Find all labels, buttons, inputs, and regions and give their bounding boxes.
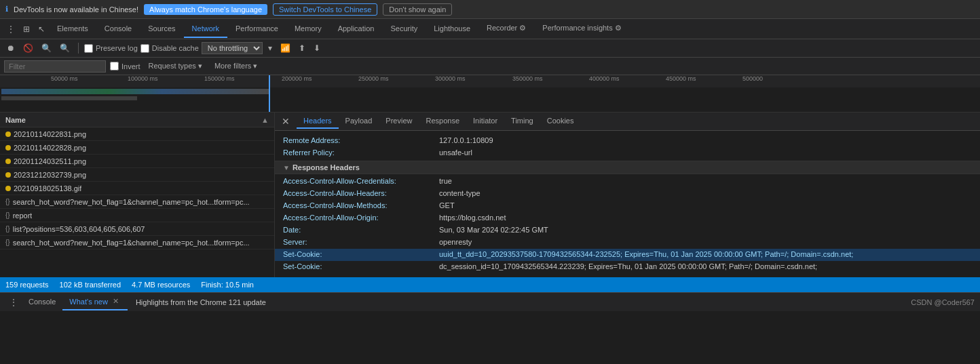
tab-memory[interactable]: Memory <box>286 20 330 38</box>
xhr-icon: {} <box>5 225 10 232</box>
content-area: Name ▲ 20210114022831.png 20210114022828… <box>0 113 980 277</box>
detail-tab-initiator[interactable]: Initiator <box>466 114 504 129</box>
tab-elements[interactable]: Elements <box>49 20 96 38</box>
tab-performance[interactable]: Performance <box>227 20 286 38</box>
close-whats-new-button[interactable]: ✕ <box>111 296 121 306</box>
header-row-set-cookie-2: Set-Cookie: dc_session_id=10_17094325653… <box>275 261 980 273</box>
header-row-5: Server: openresty <box>275 237 980 249</box>
header-key-4: Date: <box>283 226 439 234</box>
bottom-bar: ⋮ Console What's new ✕ Highlights from t… <box>0 292 980 311</box>
list-item[interactable]: 20201124032511.png <box>0 155 274 168</box>
bottom-tab-console[interactable]: Console <box>22 295 62 310</box>
upload-icon[interactable]: ⬆ <box>296 42 308 54</box>
timeline-marker <box>269 75 270 113</box>
disable-cache-label[interactable]: Disable cache <box>140 44 199 53</box>
network-list: Name ▲ 20210114022831.png 20210114022828… <box>0 113 275 277</box>
list-item[interactable]: {} report <box>0 209 274 222</box>
throttle-select[interactable]: No throttling <box>202 42 263 54</box>
referrer-policy-key: Referrer Policy: <box>283 148 439 157</box>
tick-500000: 500000 <box>742 75 763 82</box>
header-val-1: content-type <box>439 189 972 197</box>
tab-sources[interactable]: Sources <box>140 20 183 38</box>
disable-cache-checkbox[interactable] <box>140 44 149 53</box>
detail-tab-response[interactable]: Response <box>419 114 466 129</box>
tick-100000: 100000 ms <box>128 75 158 82</box>
header-key-3: Access-Control-Allow-Origin: <box>283 214 439 222</box>
tab-bar: ⋮ ⊞ ↖ Elements Console Sources Network P… <box>0 19 980 39</box>
switch-chinese-button[interactable]: Switch DevTools to Chinese <box>273 3 377 16</box>
list-item[interactable]: 20210114022831.png <box>0 127 274 141</box>
tab-network[interactable]: Network <box>184 20 227 38</box>
invert-label[interactable]: Invert <box>110 62 140 70</box>
tab-console[interactable]: Console <box>96 20 140 38</box>
clear-button[interactable]: 🚫 <box>20 42 36 54</box>
preserve-log-checkbox[interactable] <box>84 44 93 53</box>
tick-350000: 350000 ms <box>512 75 543 82</box>
preserve-log-text: Preserve log <box>96 44 138 52</box>
dot-icon <box>5 186 11 191</box>
record-button[interactable]: ⏺ <box>4 42 18 54</box>
network-list-items: 20210114022831.png 20210114022828.png 20… <box>0 127 274 277</box>
console-menu-icon[interactable]: ⋮ <box>5 295 22 310</box>
detail-tab-payload[interactable]: Payload <box>339 114 379 129</box>
match-language-button[interactable]: Always match Chrome's language <box>144 4 267 15</box>
detail-tab-timing[interactable]: Timing <box>504 114 540 129</box>
close-detail-button[interactable]: ✕ <box>278 115 294 128</box>
section-title: Response Headers <box>293 163 360 171</box>
tab-lighthouse[interactable]: Lighthouse <box>426 20 478 38</box>
referrer-policy-value: unsafe-url <box>439 148 972 157</box>
tab-application[interactable]: Application <box>330 20 383 38</box>
tick-150000: 150000 ms <box>204 75 235 82</box>
list-item[interactable]: 20210918025138.gif <box>0 182 274 195</box>
bottom-tab-whats-new[interactable]: What's new ✕ <box>62 294 128 310</box>
wifi-icon[interactable]: 📶 <box>278 42 293 54</box>
filter-bar: Invert Request types ▾ More filters ▾ <box>0 58 980 75</box>
invert-text: Invert <box>121 62 140 70</box>
search-button[interactable]: 🔍 <box>57 42 73 54</box>
header-row-2: Access-Control-Allow-Methods: GET <box>275 200 980 212</box>
filter-icon-button[interactable]: 🔍 <box>39 42 54 54</box>
tab-security[interactable]: Security <box>382 20 426 38</box>
waterfall-area: 50000 ms 100000 ms 150000 ms 200000 ms 2… <box>0 75 980 113</box>
header-row-set-cookie-1: Set-Cookie: uuid_tt_dd=10_20293537580-17… <box>275 249 980 261</box>
throttle-arrow-icon[interactable]: ▾ <box>265 42 275 54</box>
header-row-3: Access-Control-Allow-Origin: https://blo… <box>275 212 980 224</box>
section-arrow-icon: ▼ <box>283 164 290 171</box>
detail-tab-headers[interactable]: Headers <box>297 114 339 129</box>
resources-size: 4.7 MB resources <box>132 281 190 289</box>
filter-input[interactable] <box>4 60 106 73</box>
invert-checkbox[interactable] <box>110 62 119 70</box>
detail-tab-cookies[interactable]: Cookies <box>540 114 581 129</box>
list-item[interactable]: {} list?positions=536,603,604,605,606,60… <box>0 222 274 236</box>
dot-icon <box>5 172 11 178</box>
response-headers-section[interactable]: ▼ Response Headers <box>275 161 980 174</box>
detail-content[interactable]: Remote Address: 127.0.0.1:10809 Referrer… <box>275 131 980 277</box>
disable-cache-text: Disable cache <box>152 44 199 52</box>
preserve-log-label[interactable]: Preserve log <box>84 44 138 53</box>
list-item[interactable]: {} search_hot_word?new_hot_flag=1&channe… <box>0 236 274 249</box>
dismiss-button[interactable]: Don't show again <box>383 3 452 16</box>
info-icon: ℹ <box>5 5 8 14</box>
tab-recorder[interactable]: Recorder ⚙ <box>478 20 534 38</box>
tick-400000: 400000 ms <box>589 75 620 82</box>
header-key-2: Access-Control-Allow-Methods: <box>283 201 439 209</box>
more-filters-button[interactable]: More filters ▾ <box>210 60 261 72</box>
watermark: CSDN @Coder567 <box>911 298 975 306</box>
scroll-indicator[interactable]: ▲ <box>261 116 269 124</box>
transferred-size: 102 kB transferred <box>60 281 121 289</box>
tick-50000: 50000 ms <box>51 75 78 82</box>
responsive-icon[interactable]: ⊞ <box>19 22 34 37</box>
list-item[interactable]: {} search_hot_word?new_hot_flag=1&channe… <box>0 195 274 209</box>
cursor-icon[interactable]: ↖ <box>34 22 49 37</box>
xhr-icon: {} <box>5 198 10 205</box>
remote-address-key: Remote Address: <box>283 136 439 144</box>
request-types-button[interactable]: Request types ▾ <box>145 60 206 72</box>
list-item[interactable]: 20231212032739.png <box>0 168 274 182</box>
download-icon[interactable]: ⬇ <box>311 42 323 54</box>
tab-performance-insights[interactable]: Performance insights ⚙ <box>534 20 629 38</box>
detail-tab-preview[interactable]: Preview <box>379 114 419 129</box>
list-item[interactable]: 20210114022828.png <box>0 141 274 155</box>
highlights-text: Highlights from the Chrome 121 update <box>128 298 911 306</box>
devtools-menu-icon[interactable]: ⋮ <box>3 22 19 37</box>
tick-250000: 250000 ms <box>358 75 389 82</box>
